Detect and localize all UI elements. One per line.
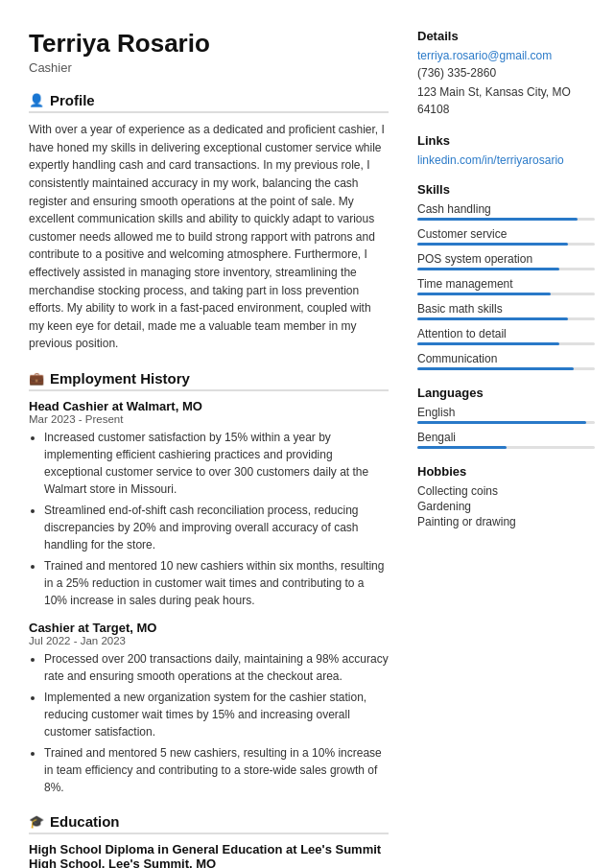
hobbies-title: Hobbies (417, 464, 595, 479)
profile-icon: 👤 (29, 93, 44, 107)
profile-section-title: 👤 Profile (29, 92, 389, 113)
jobs-container: Head Cashier at Walmart, MOMar 2023 - Pr… (29, 399, 389, 796)
language-item: Bengali (417, 431, 595, 449)
job-title: Cashier at Target, MO (29, 621, 389, 635)
skill-bar-fill (417, 293, 551, 295)
languages-container: EnglishBengali (417, 406, 595, 449)
hobby-item: Gardening (417, 500, 595, 513)
skill-bar-bg (417, 367, 595, 370)
skill-bar-fill (417, 243, 568, 246)
skill-item: Customer service (417, 227, 595, 246)
email-link[interactable]: terriya.rosario@gmail.com (417, 49, 595, 62)
education-section-title: 🎓 Education (29, 813, 389, 834)
languages-section: Languages EnglishBengali (417, 386, 595, 449)
hobby-item: Painting or drawing (417, 515, 595, 528)
language-bar-bg (417, 446, 595, 449)
links-section: Links linkedin.com/in/terriyarosario (417, 133, 595, 167)
skill-name: Customer service (417, 227, 595, 241)
language-bar-fill (417, 421, 586, 424)
hobbies-section: Hobbies Collecting coinsGardeningPaintin… (417, 464, 595, 528)
job-date: Mar 2023 - Present (29, 413, 389, 425)
skill-bar-fill (417, 342, 559, 345)
resume-header: Terriya Rosario Cashier (29, 29, 389, 75)
job-bullet: Streamlined end-of-shift cash reconcilia… (44, 502, 389, 553)
address: 123 Main St, Kansas City, MO 64108 (417, 84, 595, 118)
skills-section: Skills Cash handlingCustomer servicePOS … (417, 182, 595, 370)
linkedin-link[interactable]: linkedin.com/in/terriyarosario (417, 153, 595, 167)
job-bullets: Increased customer satisfaction by 15% w… (29, 429, 389, 609)
job-item: Cashier at Target, MOJul 2022 - Jan 2023… (29, 621, 389, 796)
candidate-name: Terriya Rosario (29, 29, 389, 59)
hobby-item: Collecting coins (417, 484, 595, 498)
job-date: Jul 2022 - Jan 2023 (29, 635, 389, 646)
links-title: Links (417, 133, 595, 148)
education-icon: 🎓 (29, 814, 44, 829)
skill-name: POS system operation (417, 252, 595, 266)
skill-name: Basic math skills (417, 302, 595, 316)
skill-name: Communication (417, 352, 595, 365)
skill-name: Time management (417, 277, 595, 291)
skill-item: Time management (417, 277, 595, 295)
language-bar-bg (417, 421, 595, 424)
right-column: Details terriya.rosario@gmail.com (736) … (417, 29, 595, 868)
job-title: Head Cashier at Walmart, MO (29, 399, 389, 413)
job-bullet: Trained and mentored 5 new cashiers, res… (44, 744, 389, 796)
skill-item: Basic math skills (417, 302, 595, 320)
skill-item: POS system operation (417, 252, 595, 270)
language-name: Bengali (417, 431, 595, 444)
skill-bar-fill (417, 367, 574, 370)
language-bar-fill (417, 446, 507, 449)
skill-name: Cash handling (417, 202, 595, 216)
profile-text: With over a year of experience as a dedi… (29, 121, 389, 353)
job-bullet: Implemented a new organization system fo… (44, 689, 389, 740)
skills-container: Cash handlingCustomer servicePOS system … (417, 202, 595, 370)
job-bullets: Processed over 200 transactions daily, m… (29, 650, 389, 796)
details-title: Details (417, 29, 595, 43)
phone: (736) 335-2860 (417, 65, 595, 82)
skill-bar-fill (417, 317, 568, 320)
skill-bar-fill (417, 218, 578, 221)
profile-section: 👤 Profile With over a year of experience… (29, 92, 389, 353)
skill-item: Attention to detail (417, 327, 595, 345)
job-bullet: Trained and mentored 10 new cashiers wit… (44, 557, 389, 609)
left-column: Terriya Rosario Cashier 👤 Profile With o… (29, 29, 389, 868)
employment-section-title: 💼 Employment History (29, 370, 389, 391)
language-item: English (417, 406, 595, 424)
employment-icon: 💼 (29, 371, 44, 386)
candidate-title: Cashier (29, 60, 389, 75)
language-name: English (417, 406, 595, 419)
skill-bar-bg (417, 243, 595, 246)
employment-section: 💼 Employment History Head Cashier at Wal… (29, 370, 389, 796)
skills-title: Skills (417, 182, 595, 197)
skill-bar-bg (417, 342, 595, 345)
education-section: 🎓 Education High School Diploma in Gener… (29, 813, 389, 868)
details-section: Details terriya.rosario@gmail.com (736) … (417, 29, 595, 118)
skill-name: Attention to detail (417, 327, 595, 340)
skill-bar-bg (417, 317, 595, 320)
skill-bar-bg (417, 293, 595, 295)
skill-bar-bg (417, 218, 595, 221)
job-item: Head Cashier at Walmart, MOMar 2023 - Pr… (29, 399, 389, 609)
skill-item: Cash handling (417, 202, 595, 221)
skill-bar-bg (417, 268, 595, 270)
job-bullet: Increased customer satisfaction by 15% w… (44, 429, 389, 498)
job-bullet: Processed over 200 transactions daily, m… (44, 650, 389, 685)
hobbies-container: Collecting coinsGardeningPainting or dra… (417, 484, 595, 528)
skill-bar-fill (417, 268, 559, 270)
skill-item: Communication (417, 352, 595, 370)
education-degree: High School Diploma in General Education… (29, 842, 389, 868)
languages-title: Languages (417, 386, 595, 400)
